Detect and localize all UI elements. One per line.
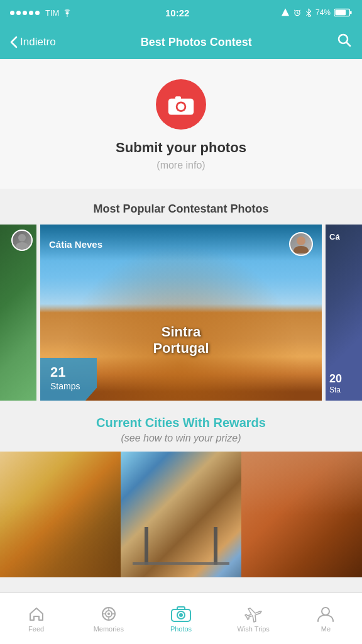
right-peek-name: Cá (329, 232, 340, 242)
popular-section-title: Most Popular Contestant Photos (0, 189, 362, 225)
tab-me[interactable]: Me (290, 605, 362, 633)
hero-title: Submit your photos (116, 140, 246, 156)
tab-feed-label: Feed (28, 625, 44, 633)
svg-point-11 (16, 242, 28, 249)
bluetooth-icon (305, 8, 312, 17)
svg-rect-8 (175, 96, 181, 100)
contestant-name: Cátia Neves (49, 239, 102, 250)
avatar-person-icon (292, 235, 310, 253)
nav-bar: Indietro Best Photos Contest (0, 25, 362, 59)
camera-icon (167, 91, 195, 118)
cities-section-header: Current Cities With Rewards (see how to … (0, 401, 362, 452)
signal-dots (10, 11, 40, 15)
camera-button[interactable] (156, 79, 206, 130)
page-title: Best Photos Contest (141, 36, 252, 49)
card-header: Cátia Neves (40, 225, 322, 261)
status-left: TIM (10, 8, 73, 18)
stamps-label: Stamps (50, 381, 80, 391)
status-right: 74% (282, 8, 352, 17)
bridge-cable (133, 562, 229, 565)
tab-bar: Feed Memories Photos Wish Trips (0, 592, 362, 644)
svg-rect-2 (350, 11, 352, 14)
location-icon (282, 8, 289, 17)
city3-overlay (241, 452, 362, 514)
stamps-badge: 21 Stamps (40, 358, 97, 401)
cities-subtitle: (see how to win your prize) (13, 433, 349, 444)
alarm-icon (293, 8, 302, 17)
photo-card-left-peek[interactable] (0, 225, 36, 401)
hero-section: Submit your photos (more info) (0, 59, 362, 189)
svg-point-7 (178, 103, 185, 110)
status-time: 10:22 (165, 8, 189, 18)
tab-feed[interactable]: Feed (0, 605, 72, 633)
wifi-icon (62, 8, 73, 17)
city-photo-3[interactable] (241, 452, 362, 577)
svg-point-12 (297, 236, 305, 245)
svg-point-20 (322, 608, 329, 615)
plane-icon (244, 605, 263, 623)
stamps-count: 21 (50, 364, 87, 380)
cities-title[interactable]: Current Cities With Rewards (13, 416, 349, 430)
svg-rect-3 (335, 10, 346, 15)
battery-icon (334, 8, 352, 17)
city-photo-1[interactable] (0, 452, 121, 577)
right-stamps-label: Sta (329, 386, 342, 394)
tab-photos-label: Photos (170, 625, 192, 633)
tab-memories-label: Memories (94, 625, 124, 633)
city1-overlay (0, 502, 121, 577)
right-stamps-badge: 20 Sta (329, 372, 342, 394)
status-bar: TIM 10:22 74% (0, 0, 362, 25)
carrier-label: TIM (45, 8, 59, 18)
contestant-avatar (289, 232, 313, 256)
svg-rect-9 (189, 101, 192, 104)
photo-carousel[interactable]: Cátia Neves Sintra Portugal 21 Stamps (0, 225, 362, 401)
memories-icon (100, 605, 118, 623)
avatar-icon (13, 231, 31, 249)
back-label: Indietro (20, 36, 56, 48)
search-icon (337, 33, 352, 48)
bridge-tower-left (145, 527, 148, 565)
tab-memories[interactable]: Memories (72, 605, 145, 633)
battery-label: 74% (315, 8, 331, 17)
back-button[interactable]: Indietro (10, 36, 56, 48)
search-button[interactable] (337, 33, 352, 52)
city-photo-2[interactable] (121, 452, 241, 577)
cities-photo-strip[interactable] (0, 452, 362, 577)
photo-card-main[interactable]: Cátia Neves Sintra Portugal 21 Stamps (40, 225, 322, 401)
tab-photos[interactable]: Photos (145, 605, 217, 633)
back-chevron-icon (10, 36, 18, 48)
location-city: Sintra (153, 324, 209, 340)
left-peek-image (0, 225, 36, 401)
tab-wish-trips[interactable]: Wish Trips (217, 605, 290, 633)
svg-point-13 (293, 246, 309, 253)
photo-card-right-peek[interactable]: 20 Sta Cá (326, 225, 362, 401)
tab-wish-trips-label: Wish Trips (238, 625, 270, 633)
right-stamps-count: 20 (329, 372, 342, 386)
home-icon (28, 605, 45, 623)
svg-point-19 (179, 613, 183, 617)
bridge-tower-right (214, 527, 217, 565)
tab-me-label: Me (321, 625, 331, 633)
camera-tab-icon (171, 605, 191, 623)
svg-point-10 (18, 234, 26, 242)
left-peek-avatar (11, 230, 33, 251)
location-country: Portugal (153, 340, 209, 357)
profile-icon (317, 605, 334, 623)
main-content: Submit your photos (more info) Most Popu… (0, 59, 362, 629)
hero-subtitle[interactable]: (more info) (156, 160, 205, 171)
svg-point-16 (107, 613, 110, 615)
card-location: Sintra Portugal (153, 324, 209, 357)
